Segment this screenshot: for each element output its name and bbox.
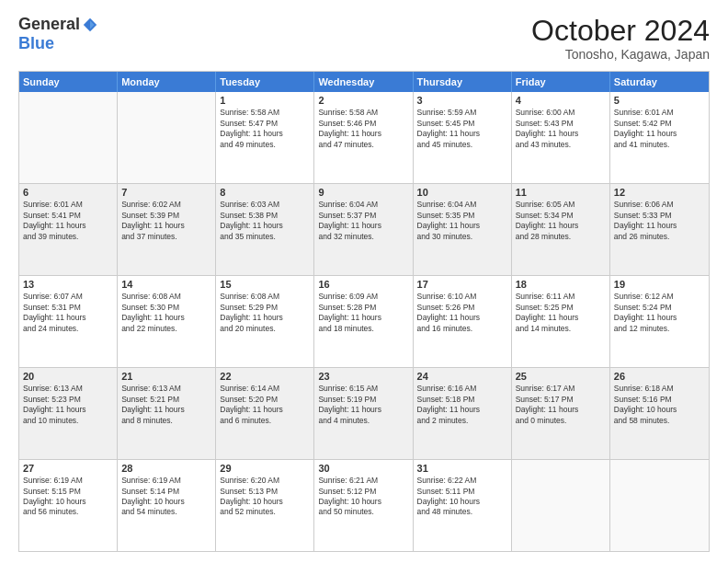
calendar-cell: 6Sunrise: 6:01 AMSunset: 5:41 PMDaylight…: [19, 184, 118, 275]
cell-details: Sunrise: 6:08 AMSunset: 5:29 PMDaylight:…: [220, 292, 310, 334]
cell-details: Sunrise: 6:16 AMSunset: 5:18 PMDaylight:…: [417, 384, 507, 426]
calendar-cell: 11Sunrise: 6:05 AMSunset: 5:34 PMDayligh…: [512, 184, 610, 275]
weekday-header: Thursday: [414, 72, 512, 92]
day-number: 30: [318, 463, 408, 474]
cell-details: Sunrise: 6:06 AMSunset: 5:33 PMDaylight:…: [614, 200, 705, 242]
day-number: 12: [614, 187, 705, 198]
day-number: 5: [614, 95, 705, 106]
cell-details: Sunrise: 6:18 AMSunset: 5:16 PMDaylight:…: [614, 384, 705, 426]
cell-details: Sunrise: 6:15 AMSunset: 5:19 PMDaylight:…: [318, 384, 408, 426]
cell-details: Sunrise: 5:58 AMSunset: 5:47 PMDaylight:…: [220, 108, 310, 150]
day-number: 18: [516, 279, 606, 290]
logo-general: General: [18, 15, 80, 34]
weekday-header: Friday: [512, 72, 610, 92]
calendar-cell: 15Sunrise: 6:08 AMSunset: 5:29 PMDayligh…: [216, 276, 314, 367]
header: General Blue October 2024 Tonosho, Kagaw…: [18, 15, 710, 62]
month-title: October 2024: [531, 15, 710, 47]
calendar-cell: 3Sunrise: 5:59 AMSunset: 5:45 PMDaylight…: [414, 92, 512, 183]
weekday-header: Saturday: [610, 72, 709, 92]
cell-details: Sunrise: 6:10 AMSunset: 5:26 PMDaylight:…: [417, 292, 507, 334]
location: Tonosho, Kagawa, Japan: [531, 47, 710, 62]
day-number: 26: [614, 371, 705, 382]
calendar-cell: 7Sunrise: 6:02 AMSunset: 5:39 PMDaylight…: [118, 184, 216, 275]
calendar-row: 20Sunrise: 6:13 AMSunset: 5:23 PMDayligh…: [19, 367, 709, 459]
calendar-cell: 4Sunrise: 6:00 AMSunset: 5:43 PMDaylight…: [512, 92, 610, 183]
day-number: 23: [318, 371, 408, 382]
day-number: 8: [220, 187, 310, 198]
title-block: October 2024 Tonosho, Kagawa, Japan: [531, 15, 710, 62]
calendar-cell: 24Sunrise: 6:16 AMSunset: 5:18 PMDayligh…: [414, 368, 512, 459]
cell-details: Sunrise: 6:22 AMSunset: 5:11 PMDaylight:…: [417, 476, 507, 518]
cell-details: Sunrise: 6:11 AMSunset: 5:25 PMDaylight:…: [516, 292, 606, 334]
calendar-cell: 25Sunrise: 6:17 AMSunset: 5:17 PMDayligh…: [512, 368, 610, 459]
weekday-header: Wednesday: [314, 72, 413, 92]
cell-details: Sunrise: 6:12 AMSunset: 5:24 PMDaylight:…: [614, 292, 705, 334]
day-number: 3: [417, 95, 507, 106]
cell-details: Sunrise: 6:17 AMSunset: 5:17 PMDaylight:…: [516, 384, 606, 426]
day-number: 16: [318, 279, 408, 290]
weekday-header: Monday: [118, 72, 216, 92]
calendar-cell: 29Sunrise: 6:20 AMSunset: 5:13 PMDayligh…: [216, 460, 314, 551]
cell-details: Sunrise: 6:03 AMSunset: 5:38 PMDaylight:…: [220, 200, 310, 242]
cell-details: Sunrise: 6:14 AMSunset: 5:20 PMDaylight:…: [220, 384, 310, 426]
calendar-cell: 2Sunrise: 5:58 AMSunset: 5:46 PMDaylight…: [314, 92, 413, 183]
weekday-header: Sunday: [19, 72, 118, 92]
day-number: 31: [417, 463, 507, 474]
calendar-cell: [512, 460, 610, 551]
page: General Blue October 2024 Tonosho, Kagaw…: [0, 0, 728, 563]
calendar-row: 27Sunrise: 6:19 AMSunset: 5:15 PMDayligh…: [19, 459, 709, 551]
calendar-cell: 10Sunrise: 6:04 AMSunset: 5:35 PMDayligh…: [414, 184, 512, 275]
day-number: 11: [516, 187, 606, 198]
calendar-cell: 22Sunrise: 6:14 AMSunset: 5:20 PMDayligh…: [216, 368, 314, 459]
day-number: 4: [516, 95, 606, 106]
day-number: 25: [516, 371, 606, 382]
day-number: 22: [220, 371, 310, 382]
calendar-cell: 5Sunrise: 6:01 AMSunset: 5:42 PMDaylight…: [610, 92, 709, 183]
calendar-cell: [19, 92, 118, 183]
calendar-cell: 12Sunrise: 6:06 AMSunset: 5:33 PMDayligh…: [610, 184, 709, 275]
day-number: 28: [121, 463, 211, 474]
calendar-cell: 31Sunrise: 6:22 AMSunset: 5:11 PMDayligh…: [414, 460, 512, 551]
cell-details: Sunrise: 6:21 AMSunset: 5:12 PMDaylight:…: [318, 476, 408, 518]
calendar-cell: 18Sunrise: 6:11 AMSunset: 5:25 PMDayligh…: [512, 276, 610, 367]
day-number: 13: [23, 279, 113, 290]
calendar-cell: [610, 460, 709, 551]
cell-details: Sunrise: 6:19 AMSunset: 5:14 PMDaylight:…: [121, 476, 211, 518]
calendar-cell: 17Sunrise: 6:10 AMSunset: 5:26 PMDayligh…: [414, 276, 512, 367]
calendar-cell: 20Sunrise: 6:13 AMSunset: 5:23 PMDayligh…: [19, 368, 118, 459]
calendar-cell: 30Sunrise: 6:21 AMSunset: 5:12 PMDayligh…: [314, 460, 413, 551]
cell-details: Sunrise: 6:13 AMSunset: 5:21 PMDaylight:…: [121, 384, 211, 426]
day-number: 7: [121, 187, 211, 198]
calendar: SundayMondayTuesdayWednesdayThursdayFrid…: [18, 71, 710, 552]
cell-details: Sunrise: 6:13 AMSunset: 5:23 PMDaylight:…: [23, 384, 113, 426]
calendar-cell: 9Sunrise: 6:04 AMSunset: 5:37 PMDaylight…: [314, 184, 413, 275]
cell-details: Sunrise: 6:09 AMSunset: 5:28 PMDaylight:…: [318, 292, 408, 334]
logo-icon: [82, 17, 98, 33]
calendar-cell: 8Sunrise: 6:03 AMSunset: 5:38 PMDaylight…: [216, 184, 314, 275]
day-number: 19: [614, 279, 705, 290]
calendar-header: SundayMondayTuesdayWednesdayThursdayFrid…: [19, 72, 709, 92]
cell-details: Sunrise: 5:58 AMSunset: 5:46 PMDaylight:…: [318, 108, 408, 150]
day-number: 10: [417, 187, 507, 198]
day-number: 6: [23, 187, 113, 198]
day-number: 14: [121, 279, 211, 290]
cell-details: Sunrise: 6:08 AMSunset: 5:30 PMDaylight:…: [121, 292, 211, 334]
logo: General Blue: [18, 15, 98, 53]
day-number: 9: [318, 187, 408, 198]
day-number: 1: [220, 95, 310, 106]
cell-details: Sunrise: 6:04 AMSunset: 5:37 PMDaylight:…: [318, 200, 408, 242]
calendar-cell: 26Sunrise: 6:18 AMSunset: 5:16 PMDayligh…: [610, 368, 709, 459]
cell-details: Sunrise: 6:07 AMSunset: 5:31 PMDaylight:…: [23, 292, 113, 334]
day-number: 15: [220, 279, 310, 290]
calendar-row: 13Sunrise: 6:07 AMSunset: 5:31 PMDayligh…: [19, 275, 709, 367]
cell-details: Sunrise: 6:01 AMSunset: 5:41 PMDaylight:…: [23, 200, 113, 242]
day-number: 21: [121, 371, 211, 382]
day-number: 29: [220, 463, 310, 474]
calendar-cell: 14Sunrise: 6:08 AMSunset: 5:30 PMDayligh…: [118, 276, 216, 367]
logo-blue: Blue: [18, 34, 54, 53]
cell-details: Sunrise: 6:00 AMSunset: 5:43 PMDaylight:…: [516, 108, 606, 150]
calendar-cell: 27Sunrise: 6:19 AMSunset: 5:15 PMDayligh…: [19, 460, 118, 551]
calendar-row: 6Sunrise: 6:01 AMSunset: 5:41 PMDaylight…: [19, 183, 709, 275]
day-number: 17: [417, 279, 507, 290]
cell-details: Sunrise: 5:59 AMSunset: 5:45 PMDaylight:…: [417, 108, 507, 150]
